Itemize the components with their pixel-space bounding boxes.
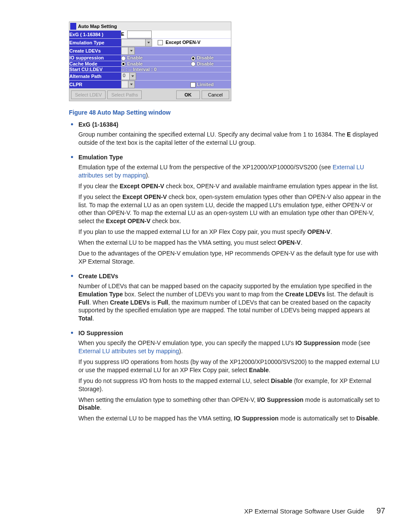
dialog-title: Auto Map Setting xyxy=(78,24,117,29)
exg-input[interactable] xyxy=(127,31,152,38)
alt-value-cell: 0 xyxy=(121,72,231,81)
item-emulation-type: Emulation Type Emulation type of the ext… xyxy=(69,154,385,266)
create-dropdown[interactable] xyxy=(121,47,135,55)
except-openv-label: Except OPEN-V xyxy=(165,40,200,45)
cancel-button[interactable]: Cancel xyxy=(202,90,229,99)
page-number: 97 xyxy=(377,507,385,515)
cache-label: Cache Mode xyxy=(69,61,121,67)
title-bar-icon xyxy=(70,23,76,30)
select-paths-button[interactable]: Select Paths xyxy=(107,90,142,99)
select-ldev-button[interactable]: Select LDEV xyxy=(71,90,106,99)
io-label: IO suppression xyxy=(69,55,121,61)
clpr-limited-checkbox[interactable] xyxy=(190,82,196,87)
io-disable-radio[interactable] xyxy=(191,56,196,61)
io-head: IO Suppression xyxy=(78,330,385,336)
cache-enable-radio[interactable] xyxy=(121,62,126,66)
io-value-cell: Enable Disable xyxy=(121,55,231,61)
cache-disable-radio[interactable] xyxy=(191,62,196,66)
auto-map-setting-dialog: Auto Map Setting ExG ( 1-16384 ) E Emula… xyxy=(69,22,231,101)
cache-disable-label: Disable xyxy=(197,61,214,66)
clpr-limited-label: Limited xyxy=(197,82,214,87)
alt-label: Alternate Path xyxy=(69,72,121,81)
emu-value-cell: Except OPEN-V xyxy=(121,39,231,47)
start-label: Start CU:LDEV xyxy=(69,67,121,72)
start-value: -- : -- Interval : 0 xyxy=(121,67,157,72)
item-io-suppression: IO Suppression When you specify the OPEN… xyxy=(69,330,385,423)
io-enable-label: Enable xyxy=(127,55,143,60)
cache-value-cell: Enable Disable xyxy=(121,61,231,67)
exg-prefix: E xyxy=(121,31,124,37)
ok-button[interactable]: OK xyxy=(176,90,200,99)
emu-head: Emulation Type xyxy=(78,154,385,161)
cache-enable-label: Enable xyxy=(127,61,143,66)
create-value-cell xyxy=(121,47,231,55)
io-disable-label: Disable xyxy=(197,55,214,60)
exg-label: ExG ( 1-16384 ) xyxy=(69,31,121,39)
emu-label: Emulation Type xyxy=(69,39,121,47)
item-create-ldevs: Create LDEVs Number of LDEVs that can be… xyxy=(69,273,385,323)
io-enable-radio[interactable] xyxy=(121,56,126,61)
clpr-dropdown[interactable] xyxy=(121,81,135,88)
alt-dropdown[interactable]: 0 xyxy=(121,72,136,80)
link-external-lu-attrs-2[interactable]: External LU attributes set by mapping xyxy=(78,348,179,355)
clpr-value-cell: Limited xyxy=(121,81,231,89)
footer-title: XP External Storage Software User Guide xyxy=(244,507,364,515)
create-head: Create LDEVs xyxy=(78,273,385,280)
exg-value-cell: E xyxy=(121,31,231,39)
clpr-label: CLPR xyxy=(69,81,121,89)
emu-dropdown[interactable] xyxy=(121,39,152,47)
create-label: Create LDEVs xyxy=(69,47,121,55)
dialog-button-row: Select LDEV Select Paths OK Cancel xyxy=(69,89,231,101)
start-value-cell: -- : -- Interval : 0 xyxy=(121,67,231,72)
except-openv-checkbox[interactable] xyxy=(158,40,163,45)
exg-head: ExG (1-16384) xyxy=(78,121,385,128)
alt-value: 0 xyxy=(123,73,125,78)
page-footer: XP External Storage Software User Guide … xyxy=(244,507,385,516)
dialog-title-bar: Auto Map Setting xyxy=(69,22,231,31)
item-exg: ExG (1-16384) Group number containing th… xyxy=(69,121,385,147)
figure-caption: Figure 48 Auto Map Setting window xyxy=(69,109,385,116)
